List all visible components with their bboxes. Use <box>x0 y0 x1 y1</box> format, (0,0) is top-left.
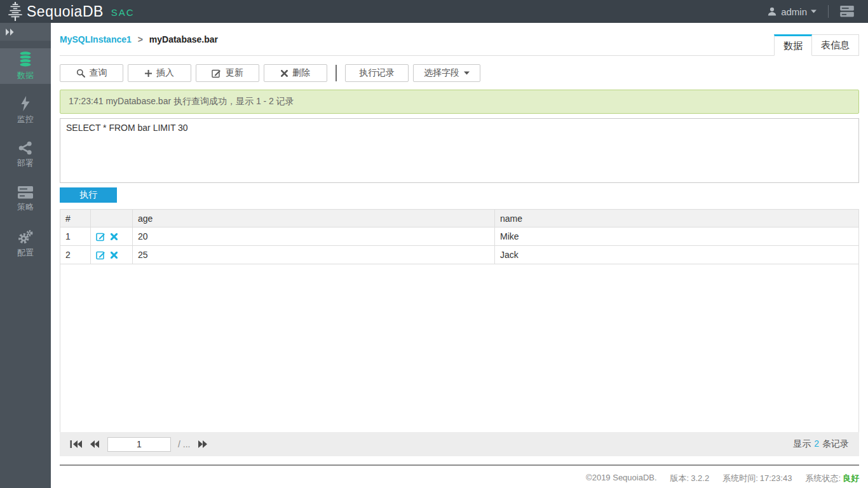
sidebar: 数据 监控 <box>0 23 51 488</box>
sidebar-item-monitor[interactable]: 监控 <box>0 93 51 128</box>
header-name: name <box>495 210 859 227</box>
brand-suffix: SAC <box>111 7 135 18</box>
next-page-button[interactable] <box>197 440 208 449</box>
pagination-bar: / ... 显示2条记录 <box>60 432 859 456</box>
header-actions <box>91 210 133 227</box>
user-name: admin <box>781 6 807 17</box>
query-button[interactable]: 查询 <box>60 64 123 82</box>
brand-name: SequoiaDB <box>27 3 104 20</box>
status-badge: 良好 <box>843 473 859 483</box>
database-icon <box>17 51 34 67</box>
table-row: 2 <box>60 246 859 264</box>
header-index: # <box>60 210 91 227</box>
row-index: 1 <box>60 227 91 246</box>
sidebar-item-data[interactable]: 数据 <box>0 48 51 84</box>
sidebar-item-label: 数据 <box>17 70 34 81</box>
results-empty-area <box>60 264 859 432</box>
execute-button[interactable]: 执行 <box>60 187 117 203</box>
search-icon <box>76 69 85 78</box>
user-menu[interactable]: admin <box>767 6 817 17</box>
lightning-icon <box>20 96 31 111</box>
footer-system-time: 系统时间:17:23:43 <box>721 473 792 484</box>
sidebar-item-label: 配置 <box>17 247 34 259</box>
footer-system-status: 系统状态:良好 <box>803 473 859 484</box>
gears-icon <box>18 229 33 245</box>
header-age: age <box>133 210 495 227</box>
hosts-menu-icon[interactable] <box>840 6 854 17</box>
results-table: # age name 1 <box>60 209 859 264</box>
table-row: 1 <box>60 227 859 246</box>
prev-page-button[interactable] <box>90 440 100 449</box>
sidebar-item-label: 监控 <box>17 114 34 125</box>
sidebar-item-deploy[interactable]: 部署 <box>0 137 51 173</box>
breadcrumb-separator: > <box>138 34 143 44</box>
sequoia-tree-logo-icon <box>6 2 24 21</box>
first-page-button[interactable] <box>70 440 83 449</box>
delete-button[interactable]: 删除 <box>264 64 327 82</box>
sidebar-item-label: 部署 <box>17 158 34 169</box>
double-chevron-right-icon <box>6 29 15 36</box>
insert-button[interactable]: 插入 <box>128 64 191 82</box>
sql-input[interactable]: SELECT * FROM bar LIMIT 30 <box>60 118 859 183</box>
main-content: MySQLInstance1 > myDatabase.bar 数据 表信息 查… <box>51 23 868 488</box>
cell-age[interactable]: 20 <box>133 227 495 246</box>
footer-divider <box>60 464 859 466</box>
footer: ©2019 SequoiaDB. 版本:3.2.2 系统时间:17:23:43 … <box>60 473 859 484</box>
topbar-divider <box>828 5 829 18</box>
edit-record-icon[interactable] <box>96 250 105 260</box>
records-summary: 显示2条记录 <box>793 438 849 450</box>
footer-copyright: ©2019 SequoiaDB. <box>586 473 657 484</box>
table-header-row: # age name <box>60 210 859 227</box>
update-button[interactable]: 更新 <box>196 64 259 82</box>
x-icon <box>281 70 288 77</box>
success-message: 17:23:41 myDatabase.bar 执行查询成功，显示 1 - 2 … <box>60 90 859 114</box>
plus-icon <box>145 70 152 77</box>
topbar: SequoiaDB SAC admin <box>0 0 868 23</box>
delete-record-icon[interactable] <box>111 233 118 240</box>
server-icon <box>18 186 33 199</box>
sidebar-item-strategy[interactable]: 策略 <box>0 182 51 217</box>
row-index: 2 <box>60 246 91 264</box>
brand: SequoiaDB SAC <box>6 2 135 21</box>
chevron-down-icon <box>811 10 817 13</box>
breadcrumb-current-table: myDatabase.bar <box>149 34 218 44</box>
caret-down-icon <box>464 71 470 75</box>
edit-square-icon <box>212 69 221 78</box>
sidebar-item-config[interactable]: 配置 <box>0 226 51 262</box>
cell-name[interactable]: Mike <box>495 227 859 246</box>
cell-age[interactable]: 25 <box>133 246 495 264</box>
toolbar: 查询 插入 更新 <box>60 64 859 82</box>
page-total-label: / ... <box>178 439 190 449</box>
view-tabs: 数据 表信息 <box>774 34 859 56</box>
execution-history-button[interactable]: 执行记录 <box>345 64 409 82</box>
toolbar-divider <box>336 65 337 81</box>
select-fields-dropdown[interactable]: 选择字段 <box>413 64 480 82</box>
tab-data[interactable]: 数据 <box>774 34 812 56</box>
tab-table-info[interactable]: 表信息 <box>812 34 859 56</box>
cell-name[interactable]: Jack <box>495 246 859 264</box>
page-header: MySQLInstance1 > myDatabase.bar 数据 表信息 <box>60 23 859 56</box>
share-nodes-icon <box>18 141 32 155</box>
delete-record-icon[interactable] <box>111 252 118 259</box>
page-number-input[interactable] <box>107 437 171 452</box>
footer-version: 版本:3.2.2 <box>668 473 710 484</box>
breadcrumb: MySQLInstance1 > myDatabase.bar <box>60 34 218 44</box>
edit-record-icon[interactable] <box>96 232 105 241</box>
sidebar-item-label: 策略 <box>17 201 34 213</box>
record-count: 2 <box>814 438 819 449</box>
breadcrumb-instance-link[interactable]: MySQLInstance1 <box>60 34 132 44</box>
sidebar-expand-toggle[interactable] <box>0 23 51 41</box>
user-icon <box>767 6 777 17</box>
